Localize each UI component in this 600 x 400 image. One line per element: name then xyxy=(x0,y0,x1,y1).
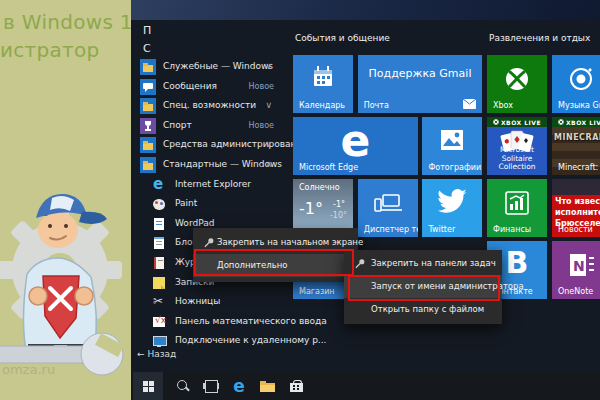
app-item-label: Стандартные — Windows xyxy=(163,159,282,169)
edge-logo-icon: e xyxy=(293,117,418,166)
tile-label: Фотографии xyxy=(428,163,481,172)
windows-logo-icon xyxy=(143,381,154,392)
app-list-item[interactable]: ✂Ножницы xyxy=(131,293,285,312)
minecraft-logo: MINECRAF xyxy=(554,133,600,142)
tile-почта[interactable]: Поддержка GmailПочта xyxy=(358,55,483,113)
chevron-down-icon[interactable]: ∨ xyxy=(265,61,272,71)
taskbar: e xyxy=(131,372,600,400)
menu-item-label: Дополнительно xyxy=(217,260,288,270)
app-item-label: Спец. возможности xyxy=(163,100,256,110)
back-button[interactable]: ← Назад xyxy=(137,349,176,359)
app-list-item[interactable]: СпортНовое xyxy=(131,117,285,136)
ie-icon-wrap: e xyxy=(151,177,167,193)
chevron-down-icon[interactable]: ∨ xyxy=(265,139,272,149)
wordpad-icon xyxy=(151,216,167,232)
menu-item-закрепить-на-начальном-экране[interactable]: Закрепить на начальном экране xyxy=(193,231,358,254)
tile-microsoft-solitaire-collection[interactable]: XBOX LIVEMicrosoft Solitaire Collection xyxy=(487,117,547,175)
sticky-notes-icon xyxy=(151,275,167,291)
store-icon xyxy=(290,380,303,393)
context-submenu: Закрепить на панели задачЗапуск от имени… xyxy=(344,250,502,324)
xbox-live-banner: XBOX LIVE xyxy=(552,117,600,127)
remote-desktop-icon xyxy=(151,333,167,349)
svg-text:N: N xyxy=(573,258,585,274)
tile-onenote[interactable]: NOneNote xyxy=(552,241,600,299)
news-headline-line: Что извест xyxy=(555,197,600,206)
app-item-label: Служебные — Windows xyxy=(163,61,273,71)
app-item-label: Ножницы xyxy=(175,296,220,306)
xbox-live-banner: XBOX LIVE xyxy=(487,117,547,127)
tile-group-header: Развлечения и отдых xyxy=(489,33,590,43)
back-arrow-icon: ← xyxy=(137,349,147,359)
finance-icon xyxy=(505,191,529,215)
promo-title-line2: истратор xyxy=(0,38,100,62)
chevron-up-icon[interactable]: ∧ xyxy=(265,159,272,169)
weather-low: -10° xyxy=(330,211,347,220)
taskbar-edge-button[interactable]: e xyxy=(224,372,254,400)
groove-music-icon xyxy=(568,66,594,92)
chevron-down-icon[interactable]: ∨ xyxy=(265,100,272,110)
app-list-item[interactable]: Спец. возможности∨ xyxy=(131,97,285,116)
taskbar-task-view-button[interactable] xyxy=(196,372,226,400)
folder-icon xyxy=(140,98,156,114)
math-icon-wrap: √x xyxy=(151,314,167,330)
weather-temp: -1° xyxy=(299,199,323,218)
journal-icon-wrap xyxy=(151,255,167,271)
notes-icon-wrap xyxy=(151,275,167,291)
app-list-item[interactable]: √xПанель математического ввода xyxy=(131,313,285,332)
app-list-item[interactable]: Стандартные — Windows∧ xyxy=(131,156,285,175)
app-list-item[interactable]: Paint xyxy=(131,195,285,214)
menu-item-label: Закрепить на панели задач xyxy=(371,258,496,268)
app-list-item[interactable]: Средства администрирован...∨ xyxy=(131,136,285,155)
menu-item-дополнительно[interactable]: Дополнительно› xyxy=(193,254,358,277)
tile-календарь[interactable]: Календарь xyxy=(293,55,353,113)
tile-label: Музыка Gro... xyxy=(558,101,600,110)
tile-фотографии[interactable]: Фотографии xyxy=(422,117,482,175)
weather-condition: Солнечно xyxy=(299,183,340,192)
app-item-label: Paint xyxy=(175,198,197,208)
mascot-illustration xyxy=(0,178,131,390)
menu-item-открыть-папку-с-файлом[interactable]: Открыть папку с файлом xyxy=(344,298,502,321)
app-item-label: Internet Explorer xyxy=(175,179,251,189)
sport-icon xyxy=(140,118,156,134)
tile-xbox[interactable]: Xbox xyxy=(487,55,547,113)
tile-label: Диспетчер те... xyxy=(364,225,418,234)
app-item-label: Подключение к удаленному р... xyxy=(175,335,326,345)
tile-minecraft-w-[interactable]: MINECRAFXBOX LIVEMinecraft: W... xyxy=(552,117,600,175)
tile-label: Финансы xyxy=(493,225,531,234)
taskbar-search-button[interactable] xyxy=(168,372,198,400)
taskbar-start-button[interactable] xyxy=(133,372,163,400)
tile-microsoft-edge[interactable]: eMicrosoft Edge xyxy=(293,117,418,175)
tile-label: Microsoft Edge xyxy=(299,163,358,172)
xbox-live-icon xyxy=(493,119,499,125)
folder-icon-wrap xyxy=(140,137,156,153)
tile-label: Календарь xyxy=(299,101,345,110)
promo-panel: в Windows 10 · истратор xyxy=(0,0,131,400)
folder-icon xyxy=(140,59,156,75)
menu-item-label: Открыть папку с файлом xyxy=(371,304,484,314)
tile-twitter[interactable]: Twitter xyxy=(422,179,482,237)
taskbar-store-button[interactable] xyxy=(281,372,311,400)
tile-финансы[interactable]: Финансы xyxy=(487,179,547,237)
wordpad-icon-wrap xyxy=(151,216,167,232)
app-list-item[interactable]: СообщенияНовое xyxy=(131,78,285,97)
app-list-item[interactable]: Служебные — Windows∨ xyxy=(131,58,285,77)
tile-новости[interactable]: Что известисполнитеБрюсселеНовости xyxy=(552,179,600,237)
journal-icon xyxy=(151,255,167,271)
tile-label: Microsoft Solitaire Collection xyxy=(487,146,547,172)
tile-музыка-gro-[interactable]: Музыка Gro... xyxy=(552,55,600,113)
app-item-label: Спорт xyxy=(163,120,192,130)
menu-item-закрепить-на-панели-задач[interactable]: Закрепить на панели задач xyxy=(344,252,502,275)
folder-icon-wrap xyxy=(140,98,156,114)
folder-icon xyxy=(140,157,156,173)
app-list-item[interactable]: eInternet Explorer xyxy=(131,176,285,195)
tile-label: OneNote xyxy=(558,287,593,296)
mail-tile-content: Поддержка Gmail xyxy=(358,67,483,80)
remote-icon-wrap xyxy=(151,333,167,349)
tile-диспетчер-те-[interactable]: Диспетчер те... xyxy=(358,179,418,237)
photos-icon xyxy=(440,129,464,151)
message-icon xyxy=(140,79,156,95)
menu-item-запуск-от-имени-администратора[interactable]: Запуск от имени администратора xyxy=(344,275,502,298)
screen: в Windows 10 · истратор xyxy=(0,0,600,400)
taskbar-explorer-button[interactable] xyxy=(252,372,282,400)
mail-icon xyxy=(463,99,476,109)
